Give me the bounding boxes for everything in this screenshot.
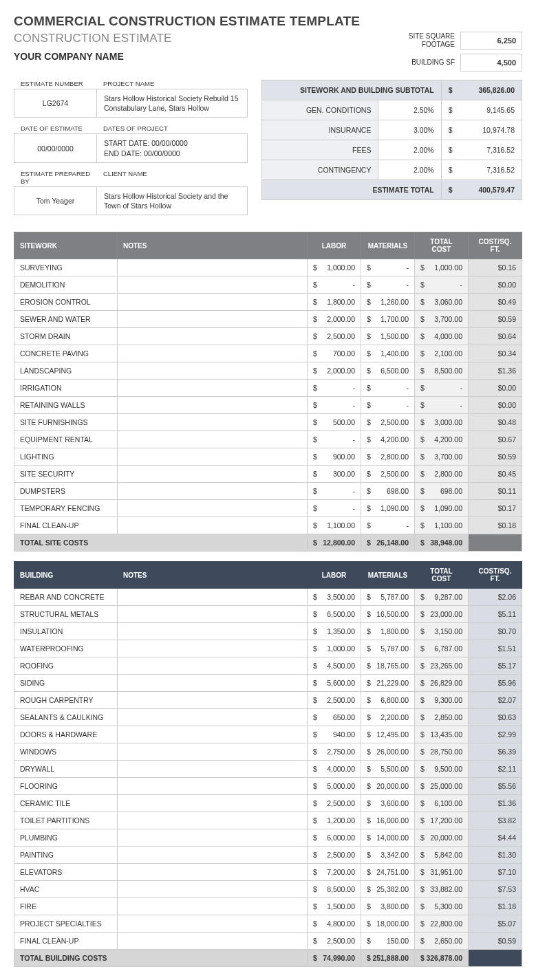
row-materials: $3,342.00 <box>361 847 415 864</box>
row-materials: $25,382.00 <box>361 881 415 898</box>
summary-row-label: INSURANCE <box>262 120 378 140</box>
total-materials: $251,888.00 <box>361 950 415 967</box>
row-materials: $1,260.00 <box>361 294 415 311</box>
row-name: STRUCTURAL METALS <box>14 606 118 623</box>
sitework-table: SITEWORK NOTES LABOR MATERIALS TOTAL COS… <box>14 232 522 552</box>
row-name: IRRIGATION <box>14 380 118 397</box>
row-total: $- <box>415 397 469 414</box>
date-of-estimate: 00/00/0000 <box>14 134 97 162</box>
row-name: WATERPROOFING <box>14 640 118 657</box>
table-total-row: TOTAL BUILDING COSTS $74,990.00 $251,888… <box>14 950 522 967</box>
row-materials: $21,229.00 <box>361 675 415 692</box>
row-name: ROUGH CARPENTRY <box>14 692 118 709</box>
row-materials: $12,495.00 <box>361 726 415 743</box>
page-title: COMMERCIAL CONSTRUCTION ESTIMATE TEMPLAT… <box>14 14 522 29</box>
row-total: $3,000.00 <box>415 414 469 431</box>
summary-row-label: GEN. CONDITIONS <box>262 100 378 120</box>
building-header: BUILDING <box>14 562 118 589</box>
row-materials: $- <box>361 380 415 397</box>
total-sqft <box>469 950 522 967</box>
row-labor: $5,600.00 <box>308 675 361 692</box>
row-sqft: $1.36 <box>469 362 522 380</box>
summary-table: SITEWORK AND BUILDING SUBTOTAL $365,826.… <box>261 80 522 200</box>
row-sqft: $2.99 <box>469 726 522 743</box>
site-sf-label: SITE SQUARE FOOTAGE <box>398 32 460 49</box>
materials-header: MATERIALS <box>361 562 415 589</box>
summary-row-pct: 2.00% <box>378 140 441 160</box>
table-row: PROJECT SPECIALTIES $4,800.00 $18,000.00… <box>14 915 522 933</box>
row-total: $698.00 <box>415 483 469 500</box>
table-row: DUMPSTERS $- $698.00 $698.00 $0.11 <box>14 483 522 500</box>
row-notes <box>118 640 308 657</box>
row-name: TOILET PARTITIONS <box>14 812 118 829</box>
total-cost: $326,878.00 <box>415 950 469 967</box>
notes-header: NOTES <box>118 232 308 259</box>
row-total: $23,000.00 <box>415 606 469 623</box>
company-name: YOUR COMPANY NAME <box>14 51 172 62</box>
row-name: DOORS & HARDWARE <box>14 726 118 743</box>
row-sqft: $0.67 <box>469 431 522 448</box>
total-row-name: TOTAL SITE COSTS <box>14 534 308 552</box>
row-sqft: $0.45 <box>469 466 522 483</box>
row-sqft: $0.00 <box>469 276 522 294</box>
row-notes <box>118 726 308 743</box>
summary-row-pct: 3.00% <box>378 120 441 140</box>
row-notes <box>118 778 308 795</box>
row-labor: $- <box>308 380 361 397</box>
table-row: DOORS & HARDWARE $940.00 $12,495.00 $13,… <box>14 726 522 743</box>
row-name: SEALANTS & CAULKING <box>14 709 118 726</box>
table-row: HVAC $8,500.00 $25,382.00 $33,882.00 $7.… <box>14 881 522 898</box>
row-materials: $4,200.00 <box>361 431 415 448</box>
row-name: DUMPSTERS <box>14 483 118 500</box>
table-row: SEWER AND WATER $2,000.00 $1,700.00 $3,7… <box>14 311 522 328</box>
row-total: $1,090.00 <box>415 500 469 517</box>
table-row: CERAMIC TILE $2,500.00 $3,600.00 $6,100.… <box>14 795 522 812</box>
row-labor: $- <box>308 500 361 517</box>
row-total: $22,800.00 <box>415 915 469 933</box>
row-materials: $24,751.00 <box>361 864 415 881</box>
row-materials: $14,000.00 <box>361 829 415 847</box>
row-notes <box>118 466 308 483</box>
row-labor: $1,100.00 <box>308 517 361 534</box>
row-total: $1,000.00 <box>415 259 469 276</box>
table-row: CONCRETE PAVING $700.00 $1,400.00 $2,100… <box>14 345 522 362</box>
row-name: PROJECT SPECIALTIES <box>14 915 118 933</box>
row-total: $1,100.00 <box>415 517 469 534</box>
table-total-row: TOTAL SITE COSTS $12,800.00 $26,148.00 $… <box>14 534 522 552</box>
row-total: $3,150.00 <box>415 623 469 640</box>
estimate-total-label: ESTIMATE TOTAL <box>262 180 442 200</box>
row-materials: $6,500.00 <box>361 362 415 380</box>
row-labor: $4,500.00 <box>308 657 361 675</box>
row-labor: $- <box>308 431 361 448</box>
row-notes <box>118 483 308 500</box>
row-total: $8,500.00 <box>415 362 469 380</box>
site-sf-value: 6,250 <box>460 32 522 50</box>
row-materials: $5,500.00 <box>361 761 415 778</box>
row-notes <box>118 328 308 345</box>
row-total: $9,300.00 <box>415 692 469 709</box>
row-labor: $2,000.00 <box>308 311 361 328</box>
table-row: LIGHTING $900.00 $2,800.00 $3,700.00 $0.… <box>14 448 522 466</box>
row-labor: $650.00 <box>308 709 361 726</box>
summary-row-pct: 2.00% <box>378 160 441 180</box>
row-name: SIDING <box>14 675 118 692</box>
row-total: $- <box>415 380 469 397</box>
row-labor: $- <box>308 483 361 500</box>
row-name: STORM DRAIN <box>14 328 118 345</box>
row-name: EROSION CONTROL <box>14 294 118 311</box>
row-notes <box>118 829 308 847</box>
project-name: Stars Hollow Historical Society Rebuild … <box>97 89 247 117</box>
row-name: LIGHTING <box>14 448 118 466</box>
row-materials: $2,200.00 <box>361 709 415 726</box>
row-notes <box>118 795 308 812</box>
row-sqft: $5.96 <box>469 675 522 692</box>
estimate-total-value: 400,579.47 <box>478 186 515 194</box>
row-sqft: $0.17 <box>469 500 522 517</box>
row-notes <box>118 500 308 517</box>
row-name: SITE FURNISHINGS <box>14 414 118 431</box>
table-row: FINAL CLEAN-UP $2,500.00 $150.00 $2,650.… <box>14 933 522 950</box>
row-total: $23,265.00 <box>415 657 469 675</box>
row-notes <box>118 311 308 328</box>
row-notes <box>118 431 308 448</box>
row-materials: $3,600.00 <box>361 795 415 812</box>
